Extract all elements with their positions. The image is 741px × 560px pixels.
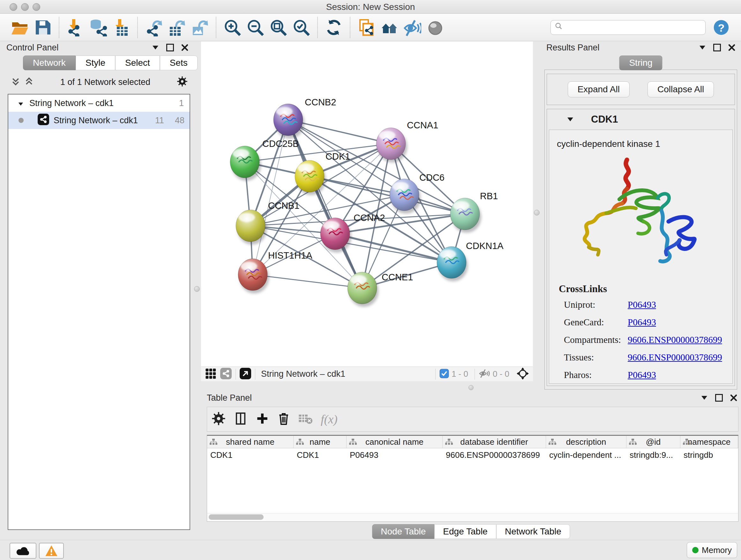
- network-node-ccne1[interactable]: CCNE1: [347, 272, 413, 307]
- float-panel-icon[interactable]: [715, 394, 723, 402]
- expand-all-icon[interactable]: [24, 77, 34, 87]
- home-button[interactable]: [380, 17, 399, 37]
- crosslink-link[interactable]: P06493: [628, 300, 656, 310]
- table-cell[interactable]: CDK1: [293, 450, 347, 460]
- memory-button[interactable]: Memory: [687, 542, 737, 558]
- refresh-button[interactable]: [324, 17, 344, 37]
- column-header-description[interactable]: description: [546, 436, 626, 448]
- close-panel-icon[interactable]: [730, 394, 738, 402]
- clone-network-button[interactable]: [356, 17, 376, 37]
- column-header-name[interactable]: name: [293, 436, 347, 448]
- search-input[interactable]: [564, 22, 701, 33]
- zoom-out-button[interactable]: [246, 17, 265, 37]
- network-row[interactable]: String Network – cdk1 11 48: [8, 112, 190, 129]
- delete-table-button[interactable]: [298, 413, 313, 426]
- zoom-selected-button[interactable]: [291, 17, 311, 37]
- crosslink-link[interactable]: P06493: [628, 317, 656, 327]
- save-session-button[interactable]: [33, 17, 53, 37]
- column-header-shared-name[interactable]: shared name: [207, 436, 293, 448]
- table-cell[interactable]: CDK1: [207, 450, 293, 460]
- tab-select[interactable]: Select: [115, 56, 160, 70]
- network-node-hist1h1a[interactable]: HIST1H1A: [238, 250, 313, 294]
- column-header-database-identifier[interactable]: database identifier: [443, 436, 546, 448]
- table-cell[interactable]: stringdb:9...: [626, 450, 680, 460]
- gene-section-header[interactable]: CDK1: [547, 109, 735, 130]
- tab-network[interactable]: Network: [23, 56, 76, 70]
- crosslink-link[interactable]: 9606.ENSP00000378699: [628, 334, 722, 345]
- network-node-ccna1[interactable]: CCNA1: [376, 120, 438, 163]
- zoom-in-button[interactable]: [222, 17, 242, 37]
- show-panel-button[interactable]: [425, 17, 445, 37]
- bottom-splitter-handle[interactable]: [468, 385, 474, 390]
- crosshair-icon[interactable]: [516, 367, 529, 381]
- import-database-button[interactable]: [88, 17, 108, 37]
- crosslink-link[interactable]: 9606.ENSP00000378699: [628, 352, 722, 363]
- network-node-ccnb2[interactable]: CCNB2: [273, 97, 336, 138]
- function-builder-button[interactable]: f(x): [321, 412, 338, 426]
- create-column-button[interactable]: [256, 412, 269, 427]
- tab-edge-table[interactable]: Edge Table: [434, 524, 496, 539]
- collapse-panel-icon[interactable]: [151, 44, 159, 52]
- warning-button[interactable]: [39, 543, 64, 559]
- export-table-button[interactable]: [167, 17, 187, 37]
- help-button[interactable]: ?: [711, 17, 731, 37]
- hidden-eye-icon[interactable]: [479, 369, 490, 380]
- import-table-button[interactable]: [111, 17, 131, 37]
- table-row[interactable]: CDK1CDK1P064939606.ENSP00000378699cyclin…: [207, 448, 738, 462]
- network-node-ccna2[interactable]: CCNA2: [320, 212, 385, 253]
- table-cell[interactable]: 9606.ENSP00000378699: [443, 450, 546, 460]
- crosslink-row: Tissues:9606.ENSP00000378699: [549, 349, 732, 366]
- grid-view-icon[interactable]: [205, 368, 216, 381]
- tab-sets[interactable]: Sets: [160, 56, 198, 70]
- hide-panel-button[interactable]: [402, 17, 422, 37]
- collapse-panel-icon[interactable]: [698, 44, 706, 52]
- network-node-cdkn1a[interactable]: CDKN1A: [437, 241, 503, 281]
- left-splitter-handle[interactable]: [194, 286, 200, 292]
- network-edge[interactable]: [253, 274, 362, 288]
- network-canvas[interactable]: CCNB2CCNA1CDC25BCDK1CDC6RB1CCNB1CCNA2CDK…: [201, 42, 533, 367]
- column-header-canonical-name[interactable]: canonical name: [347, 436, 443, 448]
- zoom-fit-button[interactable]: [268, 17, 288, 37]
- window-title: Session: New Session: [0, 2, 741, 12]
- table-options-button[interactable]: [212, 412, 226, 427]
- gear-icon[interactable]: [177, 76, 188, 88]
- network-collection-row[interactable]: String Network – cdk1 1: [8, 95, 190, 112]
- tab-node-table[interactable]: Node Table: [372, 524, 434, 539]
- float-panel-icon[interactable]: [166, 44, 174, 52]
- tab-network-table[interactable]: Network Table: [496, 524, 570, 539]
- horizontal-scrollbar[interactable]: [207, 513, 738, 521]
- column-header-namespace[interactable]: namespace: [680, 436, 738, 448]
- export-image-icon: [191, 18, 209, 37]
- delete-column-button[interactable]: [277, 412, 290, 427]
- network-node-rb1[interactable]: RB1: [450, 191, 498, 233]
- string-badge-icon[interactable]: [220, 368, 232, 381]
- section-expander-icon[interactable]: [567, 118, 573, 121]
- open-session-button[interactable]: [10, 17, 30, 37]
- export-network-button[interactable]: [144, 17, 164, 37]
- float-panel-icon[interactable]: [713, 44, 721, 52]
- expand-all-button[interactable]: Expand All: [568, 81, 630, 98]
- collapse-panel-icon[interactable]: [700, 394, 709, 402]
- cloud-button[interactable]: [10, 543, 37, 559]
- export-image-button[interactable]: [190, 17, 210, 37]
- table-cell[interactable]: cyclin-dependent ...: [546, 450, 626, 460]
- crosslink-link[interactable]: P06493: [628, 370, 656, 380]
- search-icon: [555, 22, 564, 33]
- table-cell[interactable]: P06493: [347, 450, 443, 460]
- scrollbar-thumb[interactable]: [209, 514, 264, 520]
- collapse-all-icon[interactable]: [11, 77, 20, 87]
- import-network-button[interactable]: [65, 17, 85, 37]
- tree-expander-icon[interactable]: [18, 98, 23, 108]
- table-cell[interactable]: stringdb: [680, 450, 738, 460]
- collapse-all-button[interactable]: Collapse All: [648, 81, 714, 98]
- show-columns-button[interactable]: [234, 412, 247, 427]
- selected-checkbox-icon[interactable]: [440, 369, 449, 380]
- tab-string[interactable]: String: [619, 56, 662, 70]
- close-panel-icon[interactable]: [181, 44, 189, 52]
- close-panel-icon[interactable]: [728, 44, 736, 52]
- column-header--id[interactable]: @id: [626, 436, 680, 448]
- open-in-new-icon[interactable]: [240, 368, 251, 381]
- search-box[interactable]: [550, 20, 705, 35]
- right-splitter-handle[interactable]: [534, 210, 540, 215]
- tab-style[interactable]: Style: [76, 56, 115, 70]
